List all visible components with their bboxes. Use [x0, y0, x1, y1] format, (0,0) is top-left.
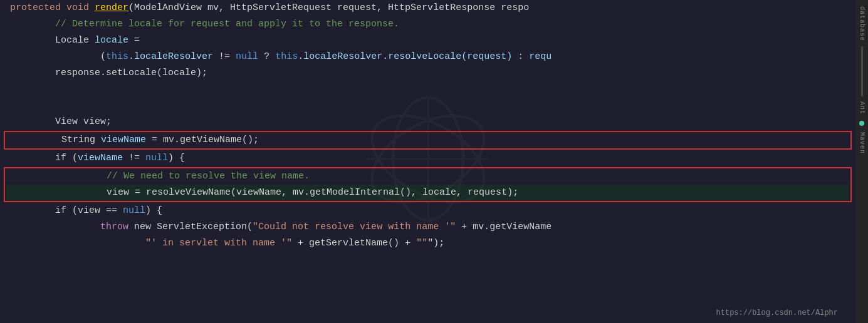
token: viewName: [78, 151, 123, 165]
token: .localeResolver: [128, 49, 219, 64]
token: null: [123, 203, 145, 218]
token: if (view ==: [10, 203, 123, 218]
token: =: [128, 33, 140, 48]
token: "Could not resolve view with name '": [253, 220, 456, 234]
token: [10, 220, 100, 234]
token: "": [416, 236, 427, 250]
token: Locale: [10, 33, 95, 48]
code-line: response.setLocale(locale);: [0, 65, 855, 81]
code-line: protected void render(ModelAndView mv, H…: [0, 0, 855, 16]
token: ) {: [145, 203, 162, 218]
code-area: protected void render(ModelAndView mv, H…: [0, 0, 855, 323]
token: null: [145, 151, 168, 165]
sidebar-dot: [859, 121, 864, 126]
token: render: [95, 1, 128, 15]
token: locale: [95, 33, 128, 48]
token: null: [236, 49, 258, 64]
right-sidebar: database Ant Maven: [855, 0, 868, 323]
token: ) {: [168, 151, 185, 165]
code-line: throw new ServletException("Could not re…: [0, 219, 855, 235]
code-line: if (viewName != null) {: [0, 150, 855, 167]
code-line: (this.localeResolver != null ? this.loca…: [0, 49, 855, 65]
token: .localeResolver.resolveLocale(request) :…: [298, 49, 552, 64]
sidebar-label-database[interactable]: database: [855, 3, 868, 45]
token: + getServletName() +: [292, 236, 416, 250]
token: response.setLocale(locale);: [10, 66, 207, 80]
token: ?: [258, 49, 275, 64]
code-line: // We need to resolve the view name.: [6, 168, 849, 185]
code-line: Locale locale =: [0, 33, 855, 49]
token: (ModelAndView mv, HttpServletRequest req…: [128, 1, 529, 15]
token: !=: [123, 151, 145, 165]
token: ");: [427, 236, 444, 250]
sidebar-label-ant[interactable]: Ant: [855, 98, 868, 118]
code-line: String viewName = mv.getViewName();: [6, 132, 849, 148]
sidebar-label-maven[interactable]: Maven: [855, 128, 868, 158]
token: // Determine locale for request and appl…: [10, 17, 399, 31]
token: "' in servlet with name '": [145, 236, 292, 250]
token: view = resolveViewName(viewName, mv.getM…: [16, 185, 518, 200]
token: if (: [10, 151, 78, 165]
token: throw: [100, 220, 128, 234]
token: View view;: [10, 115, 112, 129]
token: + mv.getViewName: [456, 220, 552, 234]
token: // We need to resolve the view name.: [16, 169, 310, 183]
code-lines: protected void render(ModelAndView mv, H…: [0, 0, 855, 252]
code-line: [0, 81, 855, 98]
token: this: [106, 49, 128, 64]
token: protected: [10, 1, 66, 15]
token: = mv.getViewName();: [146, 133, 259, 147]
token: viewName: [101, 133, 146, 147]
token: new ServletException(: [128, 220, 253, 234]
code-line: View view;: [0, 114, 855, 130]
code-line: view = resolveViewName(viewName, mv.getM…: [6, 185, 849, 201]
token: (: [10, 49, 106, 64]
highlight-box-2: // We need to resolve the view name. vie…: [4, 167, 852, 202]
token: void: [66, 1, 95, 15]
code-line: "' in servlet with name '" + getServletN…: [0, 235, 855, 252]
editor-container: protected void render(ModelAndView mv, H…: [0, 0, 868, 323]
code-line: if (view == null) {: [0, 203, 855, 219]
code-line: [0, 98, 855, 114]
token: [10, 236, 145, 250]
token: !=: [219, 49, 236, 64]
token: String: [16, 133, 101, 147]
code-line: // Determine locale for request and appl…: [0, 16, 855, 33]
bottom-url: https://blog.csdn.net/Alphr: [716, 307, 838, 319]
highlight-box-1: String viewName = mv.getViewName();: [4, 131, 852, 150]
token: this: [275, 49, 298, 64]
